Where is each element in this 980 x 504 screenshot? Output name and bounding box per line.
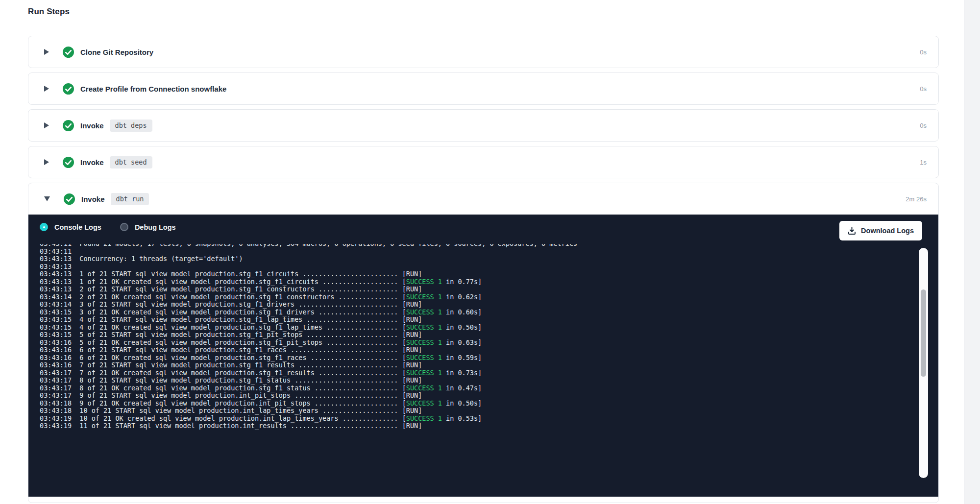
radio-icon[interactable] — [120, 223, 128, 231]
check-circle-icon — [63, 157, 74, 168]
log-line: 03:43:17 9 of 21 START sql view model pr… — [40, 392, 916, 400]
run-steps-list: Clone Git Repository 0s Create Profile f… — [28, 36, 939, 503]
check-circle-icon — [63, 120, 74, 131]
check-circle-icon — [64, 193, 75, 205]
log-line: 03:43:13 — [40, 263, 916, 271]
right-rail — [964, 0, 980, 504]
step-header[interactable]: Invoke dbt deps 0s — [28, 110, 938, 141]
log-line: 03:43:13 1 of 21 OK created sql view mod… — [40, 278, 916, 286]
download-label: Download Logs — [861, 227, 914, 235]
step-header[interactable]: Clone Git Repository 0s — [28, 36, 938, 68]
step-header[interactable]: Invoke dbt run 2m 26s — [28, 183, 938, 215]
log-line: 03:43:18 10 of 21 START sql view model p… — [40, 407, 916, 415]
log-line: 03:43:16 6 of 21 START sql view model pr… — [40, 346, 916, 354]
debug-logs-radio[interactable]: Debug Logs — [120, 223, 176, 231]
log-line: 03:43:16 6 of 21 OK created sql view mod… — [40, 354, 916, 362]
step-title: Clone Git Repository — [80, 48, 153, 56]
page-title: Run Steps — [28, 7, 939, 17]
step-duration: 1s — [920, 159, 927, 166]
caret-right-icon[interactable] — [44, 159, 49, 165]
log-line: 03:43:17 8 of 21 START sql view model pr… — [40, 377, 916, 384]
log-line: 03:43:17 7 of 21 OK created sql view mod… — [40, 369, 916, 377]
log-line: 03:43:14 3 of 21 START sql view model pr… — [40, 301, 916, 309]
log-line: 03:43:16 7 of 21 START sql view model pr… — [40, 361, 916, 369]
caret-down-icon[interactable] — [44, 196, 50, 201]
step-card: Create Profile from Connection snowflake… — [28, 72, 939, 105]
log-lines: 03:43:11 Found 21 models, 17 tests, 0 sn… — [40, 244, 916, 430]
command-badge: dbt seed — [110, 156, 152, 168]
download-icon — [848, 227, 856, 235]
scrollbar-thumb[interactable] — [921, 289, 926, 377]
step-card: Invoke dbt run 2m 26s Console Logs Debug… — [28, 183, 939, 503]
check-circle-icon — [63, 47, 74, 58]
step-title: Invoke — [80, 158, 104, 167]
step-card: Invoke dbt deps 0s — [28, 109, 939, 142]
step-title: Create Profile from Connection snowflake — [80, 85, 226, 93]
command-badge: dbt deps — [110, 120, 152, 132]
log-line: 03:43:18 9 of 21 OK created sql view mod… — [40, 400, 916, 408]
run-steps-page: Run Steps Clone Git Repository 0s Create… — [28, 7, 939, 504]
step-header[interactable]: Invoke dbt seed 1s — [28, 146, 938, 178]
step-duration: 0s — [920, 122, 927, 129]
caret-right-icon[interactable] — [44, 86, 49, 92]
log-tabs: Console Logs Debug Logs — [28, 215, 938, 231]
step-duration: 0s — [920, 48, 927, 56]
log-line: 03:43:11 — [40, 248, 916, 256]
radio-label: Console Logs — [54, 223, 101, 231]
radio-label: Debug Logs — [135, 223, 176, 231]
log-panel: Console Logs Debug Logs Download Logs 03… — [28, 215, 938, 497]
log-line: 03:43:13 Concurrency: 1 threads (target=… — [40, 255, 916, 263]
console-logs-radio[interactable]: Console Logs — [40, 223, 101, 231]
step-header[interactable]: Create Profile from Connection snowflake… — [28, 73, 938, 104]
log-line: 03:43:13 2 of 21 START sql view model pr… — [40, 286, 916, 293]
log-line: 03:43:15 3 of 21 OK created sql view mod… — [40, 309, 916, 316]
step-duration: 0s — [920, 85, 927, 93]
log-line: 03:43:17 8 of 21 OK created sql view mod… — [40, 384, 916, 392]
caret-right-icon[interactable] — [44, 122, 49, 128]
command-badge: dbt run — [111, 193, 149, 205]
step-card: Clone Git Repository 0s — [28, 36, 939, 68]
log-line: 03:43:15 4 of 21 START sql view model pr… — [40, 316, 916, 324]
scrollbar-track[interactable] — [919, 248, 928, 478]
step-card: Invoke dbt seed 1s — [28, 146, 939, 178]
log-line: 03:43:19 10 of 21 OK created sql view mo… — [40, 415, 916, 423]
log-line: 03:43:16 5 of 21 OK created sql view mod… — [40, 339, 916, 347]
caret-right-icon[interactable] — [44, 49, 49, 55]
log-line: 03:43:14 2 of 21 OK created sql view mod… — [40, 293, 916, 301]
log-line: 03:43:11 Found 21 models, 17 tests, 0 sn… — [40, 244, 916, 248]
console-log-output: 03:43:11 Found 21 models, 17 tests, 0 sn… — [40, 244, 916, 490]
log-line: 03:43:13 1 of 21 START sql view model pr… — [40, 270, 916, 278]
log-line: 03:43:15 5 of 21 START sql view model pr… — [40, 331, 916, 339]
step-title: Invoke — [80, 121, 104, 130]
step-title: Invoke — [81, 195, 105, 203]
download-logs-button[interactable]: Download Logs — [839, 221, 922, 240]
check-circle-icon — [63, 83, 74, 95]
log-line: 03:43:19 11 of 21 START sql view model p… — [40, 422, 916, 430]
log-line: 03:43:15 4 of 21 OK created sql view mod… — [40, 324, 916, 332]
step-duration: 2m 26s — [906, 195, 927, 203]
radio-icon[interactable] — [40, 223, 48, 231]
